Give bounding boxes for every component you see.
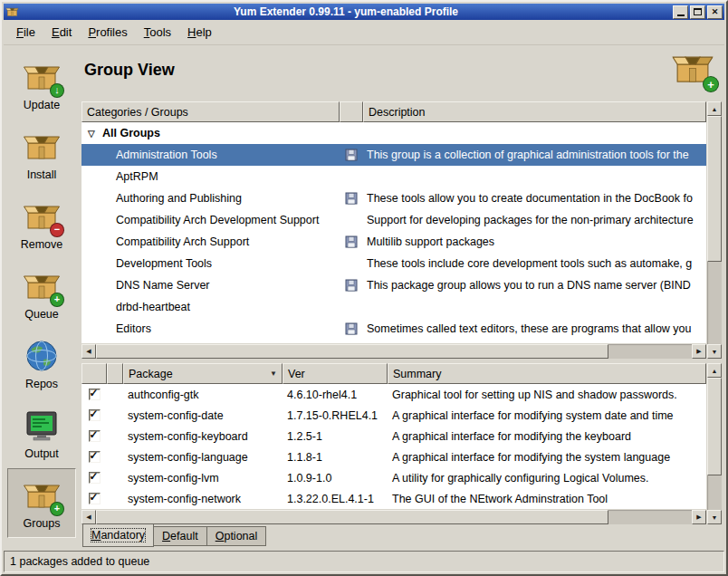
packages-horizontal-scrollbar[interactable]: ◀ ▶ — [81, 510, 706, 524]
package-row[interactable]: ✓ authconfig-gtk 4.6.10-rhel4.1 Graphica… — [81, 384, 706, 405]
package-row[interactable]: ✓ system-config-language 1.1.8-1 A graph… — [81, 446, 706, 467]
titlebar[interactable]: Yum Extender 0.99.11 - yum-enabled Profi… — [4, 4, 724, 20]
scroll-up-button[interactable]: ▲ — [707, 101, 722, 116]
groups-scrolled-window: Categories / Groups Description ▽ All Gr… — [81, 101, 722, 359]
installed-group-icon — [345, 322, 358, 335]
package-checkbox[interactable]: ✓ — [89, 409, 101, 421]
column-header-ver[interactable]: Ver — [283, 363, 388, 384]
group-name: DNS Name Server — [81, 279, 340, 292]
menu-file[interactable]: File — [8, 20, 43, 44]
groups-horizontal-scrollbar[interactable]: ◀ ▶ — [81, 344, 706, 359]
groups-table-header: Categories / Groups Description — [81, 101, 706, 122]
group-row[interactable]: Development Tools These tools include co… — [81, 253, 706, 274]
packages-table-header: Package ▼ Ver Summary — [81, 363, 706, 384]
minimize-button[interactable] — [673, 5, 688, 19]
group-name: Compatibility Arch Support — [81, 235, 340, 248]
menubar: File Edit Profiles Tools Help — [4, 20, 724, 45]
expander-open-icon[interactable]: ▽ — [88, 129, 102, 139]
package-summary: A utility for graphically configuring Lo… — [388, 472, 706, 485]
package-name: system-config-language — [123, 451, 283, 464]
group-row[interactable]: Administration Tools This group is a col… — [81, 144, 706, 166]
package-row[interactable]: ✓ system-config-lvm 1.0.9-1.0 A utility … — [81, 467, 706, 488]
group-row[interactable]: AptRPM — [81, 166, 706, 187]
scroll-left-button[interactable]: ◀ — [81, 510, 96, 524]
menu-profiles[interactable]: Profiles — [80, 20, 135, 44]
group-row-all-groups[interactable]: ▽ All Groups — [81, 122, 706, 144]
group-row[interactable]: Authoring and Publishing These tools all… — [81, 187, 706, 209]
installed-group-icon — [345, 235, 358, 248]
group-name: drbd-heartbeat — [81, 301, 340, 313]
check-icon: ✓ — [90, 472, 99, 483]
package-name: system-config-keyboard — [123, 430, 283, 443]
sidebar-item-update[interactable]: ↓ Update — [7, 50, 76, 120]
sidebar-item-remove[interactable]: − Remove — [7, 189, 76, 259]
package-row[interactable]: ✓ system-config-keyboard 1.2.5-1 A graph… — [81, 426, 706, 446]
sidebar-item-repos[interactable]: Repos — [7, 329, 76, 398]
main-header: Group View + — [81, 45, 722, 101]
close-button[interactable]: ✕ — [707, 5, 723, 19]
package-checkbox[interactable]: ✓ — [89, 493, 101, 504]
scroll-left-button[interactable]: ◀ — [81, 344, 96, 359]
menu-help[interactable]: Help — [179, 20, 220, 44]
package-version: 4.6.10-rhel4.1 — [283, 389, 388, 401]
tab-mandatory[interactable]: Mandatory — [82, 524, 154, 547]
scroll-right-button[interactable]: ▶ — [692, 344, 706, 359]
scroll-down-button[interactable]: ▼ — [707, 344, 722, 359]
scrollbar-thumb[interactable] — [707, 116, 722, 262]
scroll-up-button[interactable]: ▲ — [707, 363, 722, 378]
package-row[interactable]: ✓ system-config-date 1.7.15-0.RHEL4.1 A … — [81, 405, 706, 426]
sidebar-item-install[interactable]: Install — [7, 120, 76, 189]
package-checkbox[interactable]: ✓ — [89, 389, 101, 400]
scroll-right-button[interactable]: ▶ — [692, 510, 706, 524]
scrollbar-thumb[interactable] — [707, 378, 722, 475]
sidebar-item-queue[interactable]: + Queue — [7, 259, 76, 329]
package-summary: A graphical interface for modifying the … — [388, 430, 706, 443]
maximize-button[interactable] — [690, 5, 705, 19]
column-header-summary[interactable]: Summary — [388, 363, 706, 384]
sidebar-item-output[interactable]: Output — [7, 398, 76, 468]
column-header-checkbox[interactable] — [81, 363, 107, 384]
minus-badge-icon: − — [50, 223, 64, 237]
group-name: Administration Tools — [81, 149, 340, 161]
package-name: authconfig-gtk — [123, 389, 283, 401]
update-icon: ↓ — [23, 59, 61, 95]
column-header-package[interactable]: Package ▼ — [123, 363, 283, 384]
packages-notebook: Package ▼ Ver Summary ✓ authconfig-gtk — [81, 363, 722, 547]
app-window: Yum Extender 0.99.11 - yum-enabled Profi… — [0, 0, 728, 576]
plus-badge-icon: + — [50, 502, 64, 516]
scrollbar-track[interactable] — [96, 510, 692, 524]
scroll-down-button[interactable]: ▼ — [707, 510, 722, 524]
package-checkbox[interactable]: ✓ — [89, 472, 101, 484]
scrollbar-thumb[interactable] — [96, 510, 608, 524]
package-checkbox[interactable]: ✓ — [89, 430, 101, 442]
group-description: This group is a collection of graphical … — [363, 149, 706, 161]
scrollbar-thumb[interactable] — [96, 344, 608, 359]
column-header-categories-groups[interactable]: Categories / Groups — [81, 101, 340, 122]
scrollbar-track[interactable] — [96, 344, 692, 359]
scrollbar-track[interactable] — [707, 116, 722, 344]
menu-tools[interactable]: Tools — [136, 20, 179, 44]
column-header-description[interactable]: Description — [363, 101, 706, 122]
groups-vertical-scrollbar[interactable]: ▲ ▼ — [707, 101, 722, 359]
menu-edit[interactable]: Edit — [43, 20, 80, 44]
sidebar-item-groups[interactable]: + Groups — [7, 468, 76, 538]
group-row[interactable]: Editors Sometimes called text editors, t… — [81, 318, 706, 340]
group-description: This package group allows you to run a D… — [363, 279, 706, 292]
scrollbar-track[interactable] — [707, 378, 722, 510]
column-header-icon[interactable] — [107, 363, 123, 384]
group-row[interactable]: drbd-heartbeat — [81, 296, 706, 318]
group-name: Authoring and Publishing — [81, 192, 340, 205]
group-row[interactable]: Compatibility Arch Development Support S… — [81, 209, 706, 231]
package-checkbox[interactable]: ✓ — [89, 451, 101, 463]
sidebar-label: Output — [24, 447, 59, 460]
packages-vertical-scrollbar[interactable]: ▲ ▼ — [707, 363, 722, 524]
column-header-installed-icon[interactable] — [340, 101, 363, 122]
tab-optional[interactable]: Optional — [207, 526, 267, 546]
group-row[interactable]: Compatibility Arch Support Multilib supp… — [81, 231, 706, 253]
sidebar-label: Repos — [25, 378, 58, 390]
package-type-tabs: Mandatory Default Optional — [81, 524, 722, 547]
tab-default[interactable]: Default — [154, 526, 207, 546]
group-name: Editors — [81, 322, 340, 335]
group-row[interactable]: DNS Name Server This package group allow… — [81, 274, 706, 296]
package-row[interactable]: ✓ system-config-network 1.3.22.0.EL.4.1-… — [81, 488, 706, 509]
